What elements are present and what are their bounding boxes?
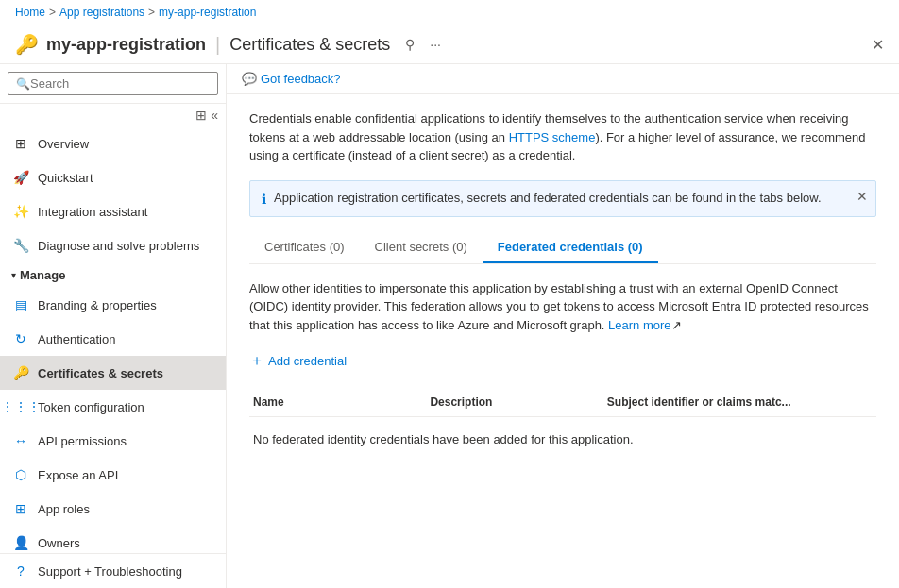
feedback-link[interactable]: 💬 Got feedback? xyxy=(242,72,341,86)
main-layout: 🔍 ⊞ « ⊞ Overview 🚀 Quickstart ✨ Integrat… xyxy=(0,64,899,588)
tab-federated-credentials[interactable]: Federated credentials (0) xyxy=(483,232,658,263)
title-bar: 🔑 my-app-registration | Certificates & s… xyxy=(0,25,899,64)
breadcrumb-home[interactable]: Home xyxy=(15,6,45,19)
tab-certificates[interactable]: Certificates (0) xyxy=(249,232,360,263)
wrench-icon: 🔧 xyxy=(11,236,30,255)
sidebar-item-integration-assistant[interactable]: ✨ Integration assistant xyxy=(0,194,226,228)
sidebar-item-app-roles[interactable]: ⊞ App roles xyxy=(0,492,226,526)
branding-icon: ▤ xyxy=(11,295,30,314)
info-banner-close-button[interactable]: ✕ xyxy=(857,189,868,204)
feedback-label: Got feedback? xyxy=(261,72,341,86)
search-input[interactable] xyxy=(30,76,210,91)
learn-more-link[interactable]: Learn more xyxy=(608,318,670,332)
sidebar-item-quickstart[interactable]: 🚀 Quickstart xyxy=(0,160,226,194)
rocket-icon: 🚀 xyxy=(11,168,30,187)
content-body: Credentials enable confidential applicat… xyxy=(227,94,899,588)
sidebar-item-diagnose[interactable]: 🔧 Diagnose and solve problems xyxy=(0,228,226,262)
token-icon: ⋮⋮⋮ xyxy=(11,397,30,416)
breadcrumb-app-registrations[interactable]: App registrations xyxy=(59,6,144,19)
sidebar-item-token-config[interactable]: ⋮⋮⋮ Token configuration xyxy=(0,390,226,424)
expose-icon: ⬡ xyxy=(11,465,30,484)
sidebar-nav: ⊞ Overview 🚀 Quickstart ✨ Integration as… xyxy=(0,126,226,553)
tabs-bar: Certificates (0) Client secrets (0) Fede… xyxy=(249,232,876,264)
sidebar-search-container: 🔍 xyxy=(0,64,226,104)
col-header-name: Name xyxy=(253,395,430,409)
content-area: 💬 Got feedback? Credentials enable confi… xyxy=(227,64,899,588)
sidebar-item-owners[interactable]: 👤 Owners xyxy=(0,526,226,553)
table-header: Name Description Subject identifier or c… xyxy=(249,388,876,417)
more-actions-button[interactable]: ··· xyxy=(426,35,445,54)
sidebar-controls: ⊞ « xyxy=(0,104,226,126)
col-header-subject: Subject identifier or claims matc... xyxy=(607,395,873,409)
info-banner-text: Application registration certificates, s… xyxy=(274,191,822,205)
sidebar-item-certificates[interactable]: 🔑 Certificates & secrets xyxy=(0,356,226,390)
federated-tab-description: Allow other identities to impersonate th… xyxy=(249,279,876,335)
add-credential-button[interactable]: ＋ Add credential xyxy=(249,345,347,377)
sidebar-item-support[interactable]: ? Support + Troubleshooting xyxy=(0,554,226,588)
search-box[interactable]: 🔍 xyxy=(8,72,218,95)
sidebar-item-api-permissions[interactable]: ↔ API permissions xyxy=(0,424,226,458)
tab-client-secrets[interactable]: Client secrets (0) xyxy=(360,232,483,263)
api-icon: ↔ xyxy=(11,431,30,450)
title-actions: ⚲ ··· xyxy=(401,35,445,54)
sidebar: 🔍 ⊞ « ⊞ Overview 🚀 Quickstart ✨ Integrat… xyxy=(0,64,227,588)
breadcrumb-my-app[interactable]: my-app-registration xyxy=(159,6,256,19)
grid-icon: ⊞ xyxy=(11,134,30,153)
add-credential-label: Add credential xyxy=(268,354,347,368)
key-nav-icon: 🔑 xyxy=(11,363,30,382)
https-link[interactable]: HTTPS scheme xyxy=(509,130,596,144)
collapse-button[interactable]: « xyxy=(211,108,218,123)
manage-section-header[interactable]: ▾ Manage xyxy=(0,262,226,288)
tab-content-federated: Allow other identities to impersonate th… xyxy=(249,264,876,478)
app-name: my-app-registration xyxy=(46,35,206,55)
page-title: Certificates & secrets xyxy=(229,35,390,55)
feedback-bar: 💬 Got feedback? xyxy=(227,64,899,94)
approles-icon: ⊞ xyxy=(11,499,30,518)
pin-button[interactable]: ⚲ xyxy=(401,35,418,54)
sidebar-item-branding[interactable]: ▤ Branding & properties xyxy=(0,288,226,322)
auth-icon: ↻ xyxy=(11,329,30,348)
add-icon: ＋ xyxy=(249,351,264,371)
search-icon: 🔍 xyxy=(16,77,30,91)
sidebar-bottom: ? Support + Troubleshooting xyxy=(0,553,226,588)
sidebar-item-authentication[interactable]: ↻ Authentication xyxy=(0,322,226,356)
chevron-down-icon: ▾ xyxy=(11,270,16,280)
main-description: Credentials enable confidential applicat… xyxy=(249,109,876,165)
feedback-icon: 💬 xyxy=(242,72,257,86)
col-header-description: Description xyxy=(430,395,606,409)
empty-message: No federated identity credentials have b… xyxy=(249,417,876,462)
breadcrumb: Home > App registrations > my-app-regist… xyxy=(0,0,899,25)
filter-button[interactable]: ⊞ xyxy=(195,108,207,123)
key-icon: 🔑 xyxy=(15,33,39,56)
info-banner: ℹ Application registration certificates,… xyxy=(249,180,876,217)
support-icon: ? xyxy=(11,562,30,580)
sidebar-item-overview[interactable]: ⊞ Overview xyxy=(0,126,226,160)
owners-icon: 👤 xyxy=(11,533,30,552)
magic-icon: ✨ xyxy=(11,202,30,221)
info-icon: ℹ xyxy=(262,192,266,207)
close-button[interactable]: ✕ xyxy=(872,36,884,54)
sidebar-item-expose-api[interactable]: ⬡ Expose an API xyxy=(0,458,226,492)
